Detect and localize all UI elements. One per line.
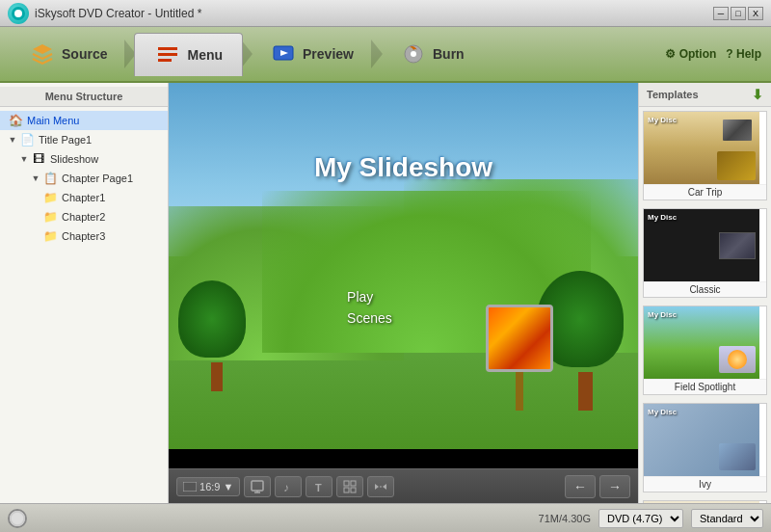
home-icon: 🏠	[8, 113, 23, 128]
menu-label: Menu	[187, 47, 223, 63]
next-btn[interactable]: →	[599, 475, 630, 498]
music-btn[interactable]: ♪	[275, 476, 302, 497]
transition-btn[interactable]	[367, 476, 394, 497]
prev-btn[interactable]: ←	[565, 475, 596, 498]
template-name-classic: Classic	[644, 281, 766, 297]
trunk-right	[578, 372, 593, 411]
slideshow-title: My Slideshow	[314, 152, 492, 183]
window-controls: ─ □ X	[713, 7, 763, 20]
scenes-item: Scenes	[347, 310, 392, 326]
template-thumb-dvd: My DVD	[644, 501, 759, 503]
close-button[interactable]: X	[748, 7, 763, 20]
aspect-select-btn[interactable]: 16:9 ▼	[176, 477, 240, 496]
aspect-label: 16:9	[199, 481, 220, 492]
screen-btn[interactable]	[244, 476, 271, 497]
foliage-left	[178, 280, 246, 358]
burn-icon	[400, 40, 427, 67]
text-btn[interactable]: T	[306, 476, 332, 497]
template-thumb-ivy: My Disc	[644, 404, 759, 476]
toolbar: Source Menu Preview Burn ⚙ Option ? Help	[0, 27, 771, 83]
main-area: Menu Structure 🏠 Main Menu ▼ 📄 Title Pag…	[0, 83, 771, 503]
tree-left	[178, 285, 255, 391]
disc-type-select[interactable]: DVD (4.7G) DVD (8.5G) Blu-ray	[598, 509, 683, 528]
svg-rect-4	[158, 59, 172, 62]
tree-item-chapter3[interactable]: 📁 Chapter3	[0, 226, 168, 246]
slideshow-label: Slideshow	[50, 153, 98, 165]
template-field-spotlight[interactable]: My Disc Field Spotlight	[643, 306, 767, 395]
chapter1-icon: 📁	[42, 190, 58, 205]
template-thumb-field: My Disc	[644, 306, 759, 379]
template-car-trip[interactable]: My Disc Car Trip	[643, 111, 767, 200]
template-thumb-car-trip: My Disc	[644, 112, 759, 184]
template-dvd[interactable]: My DVD My DVD	[643, 500, 767, 503]
left-panel: Menu Structure 🏠 Main Menu ▼ 📄 Title Pag…	[0, 83, 169, 503]
tab-source[interactable]: Source	[10, 33, 126, 75]
minimize-button[interactable]: ─	[713, 7, 729, 20]
option-button[interactable]: ⚙ Option	[665, 47, 716, 61]
chapter3-icon: 📁	[42, 228, 58, 244]
titlebar: iSkysoft DVD Creator - Untitled * ─ □ X	[0, 0, 771, 27]
statusbar: 71M/4.30G DVD (4.7G) DVD (8.5G) Blu-ray …	[0, 503, 771, 532]
template-name-ivy: Ivy	[644, 476, 766, 492]
preview-icon	[270, 40, 297, 67]
menu-icon	[154, 41, 181, 68]
black-bar-bottom	[169, 449, 638, 468]
template-name-field: Field Spotlight	[644, 379, 766, 394]
right-panel: Templates ⬇ My Disc Car Trip My Disc	[638, 83, 771, 503]
progress-indicator	[8, 509, 27, 528]
svg-rect-2	[158, 47, 177, 50]
templates-scroll[interactable]: My Disc Car Trip My Disc Classic	[639, 107, 771, 503]
tree-item-chapter1[interactable]: 📁 Chapter1	[0, 188, 168, 207]
title-left: iSkysoft DVD Creator - Untitled *	[8, 3, 201, 24]
preview-toolbar: 16:9 ▼ ♪ T ← →	[169, 468, 638, 503]
quality-select[interactable]: Standard High Best	[691, 509, 763, 528]
tree-item-main-menu[interactable]: 🏠 Main Menu	[0, 111, 168, 130]
template-thumb-classic: My Disc	[644, 209, 759, 281]
templates-label: Templates	[647, 89, 699, 100]
toolbar-right: ⚙ Option ? Help	[665, 47, 761, 61]
sign-image	[486, 305, 553, 372]
preview-area: My Slideshow Play Scenes	[169, 83, 638, 468]
menu-items: Play Scenes	[347, 283, 392, 332]
svg-point-1	[14, 10, 22, 17]
burn-label: Burn	[433, 46, 465, 62]
center-panel: My Slideshow Play Scenes	[169, 83, 638, 503]
source-label: Source	[62, 46, 107, 62]
template-name-car-trip: Car Trip	[644, 184, 766, 200]
tab-burn[interactable]: Burn	[381, 33, 484, 75]
file-size-label: 71M/4.30G	[539, 513, 591, 524]
preview-background: My Slideshow Play Scenes	[169, 83, 638, 468]
chapter3-label: Chapter3	[62, 230, 105, 242]
tree-item-slideshow[interactable]: ▼ 🎞 Slideshow	[0, 149, 168, 169]
tmpl-field-label: My Disc	[648, 310, 677, 319]
tmpl-classic-label: My Disc	[648, 213, 677, 222]
grid-btn[interactable]	[336, 476, 363, 497]
svg-rect-10	[252, 481, 263, 491]
page-icon: 📄	[19, 132, 35, 147]
tree-item-chapter2[interactable]: 📁 Chapter2	[0, 207, 168, 226]
help-button[interactable]: ? Help	[726, 47, 761, 61]
window-title: iSkysoft DVD Creator - Untitled *	[35, 7, 201, 20]
svg-point-22	[11, 511, 24, 524]
svg-rect-9	[183, 482, 197, 492]
main-menu-label: Main Menu	[27, 115, 79, 126]
tab-menu[interactable]: Menu	[134, 33, 243, 76]
download-icon[interactable]: ⬇	[752, 87, 763, 102]
template-classic[interactable]: My Disc Classic	[643, 208, 767, 298]
tmpl-car-trip-label: My Disc	[648, 116, 677, 124]
tree-item-chapter-page1[interactable]: ▼ 📋 Chapter Page1	[0, 169, 168, 188]
tab-preview[interactable]: Preview	[251, 33, 373, 75]
menu-structure-header: Menu Structure	[0, 87, 168, 107]
app-logo	[8, 3, 29, 24]
expand-icon-slideshow: ▼	[19, 154, 29, 164]
svg-marker-21	[383, 484, 386, 490]
expand-icon-chapter-page: ▼	[31, 173, 40, 183]
chapter2-icon: 📁	[42, 209, 58, 225]
svg-rect-3	[158, 53, 177, 56]
svg-marker-19	[375, 484, 379, 490]
maximize-button[interactable]: □	[731, 7, 746, 20]
tree-item-title-page1[interactable]: ▼ 📄 Title Page1	[0, 130, 168, 149]
template-ivy[interactable]: My Disc Ivy	[643, 403, 767, 492]
chapter2-label: Chapter2	[62, 211, 105, 223]
svg-point-8	[411, 51, 416, 57]
